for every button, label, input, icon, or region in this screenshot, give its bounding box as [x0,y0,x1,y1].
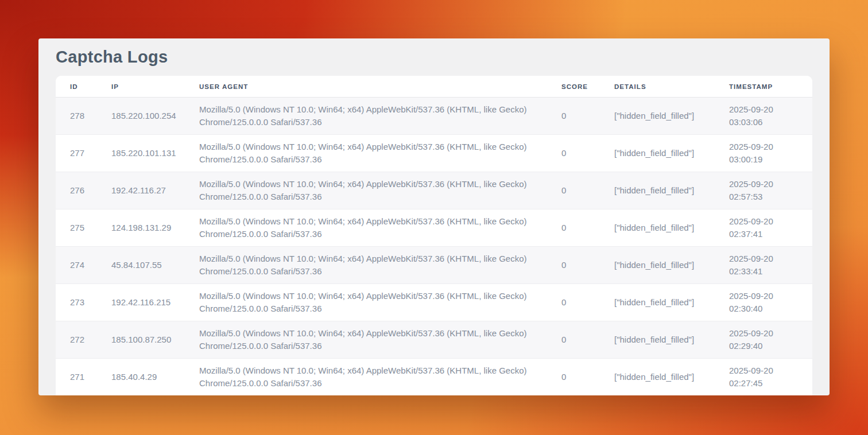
cell-score: 0 [547,247,600,284]
captcha-logs-table-container: IDIPUSER AGENTSCOREDETAILSTIMESTAMP 2781… [56,76,812,395]
cell-ip: 185.220.100.254 [97,98,185,135]
table-row: 276192.42.116.27Mozilla/5.0 (Windows NT … [56,172,812,209]
cell-details: ["hidden_field_filled"] [600,359,715,396]
cell-score: 0 [547,209,600,247]
cell-details: ["hidden_field_filled"] [600,247,715,284]
cell-score: 0 [547,172,600,209]
table-row: 273192.42.116.215Mozilla/5.0 (Windows NT… [56,284,812,321]
cell-timestamp: 2025-09-20 03:03:06 [715,98,812,135]
cell-ip: 185.220.101.131 [97,135,185,172]
cell-ua: Mozilla/5.0 (Windows NT 10.0; Win64; x64… [185,359,547,396]
cell-timestamp: 2025-09-20 03:00:19 [715,135,812,172]
cell-timestamp: 2025-09-20 02:33:41 [715,247,812,284]
cell-ua: Mozilla/5.0 (Windows NT 10.0; Win64; x64… [185,209,547,247]
table-row: 272185.100.87.250Mozilla/5.0 (Windows NT… [56,321,812,359]
cell-timestamp: 2025-09-20 02:29:40 [715,321,812,359]
page-title: Captcha Logs [56,48,812,67]
column-header-ua: USER AGENT [185,76,547,98]
cell-score: 0 [547,359,600,396]
table-row: 27445.84.107.55Mozilla/5.0 (Windows NT 1… [56,247,812,284]
cell-ua: Mozilla/5.0 (Windows NT 10.0; Win64; x64… [185,321,547,359]
cell-score: 0 [547,135,600,172]
cell-ua: Mozilla/5.0 (Windows NT 10.0; Win64; x64… [185,247,547,284]
cell-ip: 124.198.131.29 [97,209,185,247]
captcha-logs-card: Captcha Logs IDIPUSER AGENTSCOREDETAILST… [38,38,830,395]
cell-ua: Mozilla/5.0 (Windows NT 10.0; Win64; x64… [185,135,547,172]
captcha-logs-table: IDIPUSER AGENTSCOREDETAILSTIMESTAMP 2781… [56,76,812,395]
table-row: 278185.220.100.254Mozilla/5.0 (Windows N… [56,98,812,135]
column-header-id: ID [56,76,97,98]
captcha-logs-page: { "page": { "title": "Captcha Logs" }, "… [0,0,868,435]
cell-score: 0 [547,284,600,321]
table-body: 278185.220.100.254Mozilla/5.0 (Windows N… [56,98,812,396]
cell-ua: Mozilla/5.0 (Windows NT 10.0; Win64; x64… [185,172,547,209]
cell-score: 0 [547,98,600,135]
cell-timestamp: 2025-09-20 02:27:45 [715,359,812,396]
cell-id: 271 [56,359,97,396]
cell-details: ["hidden_field_filled"] [600,321,715,359]
cell-id: 277 [56,135,97,172]
cell-ip: 185.100.87.250 [97,321,185,359]
cell-timestamp: 2025-09-20 02:37:41 [715,209,812,247]
column-header-score: SCORE [547,76,600,98]
cell-ip: 45.84.107.55 [97,247,185,284]
cell-id: 275 [56,209,97,247]
cell-id: 276 [56,172,97,209]
cell-id: 274 [56,247,97,284]
table-header-row: IDIPUSER AGENTSCOREDETAILSTIMESTAMP [56,76,812,98]
cell-ua: Mozilla/5.0 (Windows NT 10.0; Win64; x64… [185,284,547,321]
column-header-ip: IP [97,76,185,98]
cell-timestamp: 2025-09-20 02:57:53 [715,172,812,209]
cell-details: ["hidden_field_filled"] [600,209,715,247]
cell-details: ["hidden_field_filled"] [600,172,715,209]
cell-timestamp: 2025-09-20 02:30:40 [715,284,812,321]
table-row: 275124.198.131.29Mozilla/5.0 (Windows NT… [56,209,812,247]
cell-ip: 192.42.116.27 [97,172,185,209]
cell-ip: 185.40.4.29 [97,359,185,396]
cell-score: 0 [547,321,600,359]
cell-id: 273 [56,284,97,321]
cell-ip: 192.42.116.215 [97,284,185,321]
column-header-timestamp: TIMESTAMP [715,76,812,98]
table-row: 271185.40.4.29Mozilla/5.0 (Windows NT 10… [56,359,812,396]
cell-id: 278 [56,98,97,135]
cell-details: ["hidden_field_filled"] [600,284,715,321]
cell-id: 272 [56,321,97,359]
cell-details: ["hidden_field_filled"] [600,135,715,172]
column-header-details: DETAILS [600,76,715,98]
cell-details: ["hidden_field_filled"] [600,98,715,135]
table-row: 277185.220.101.131Mozilla/5.0 (Windows N… [56,135,812,172]
cell-ua: Mozilla/5.0 (Windows NT 10.0; Win64; x64… [185,98,547,135]
